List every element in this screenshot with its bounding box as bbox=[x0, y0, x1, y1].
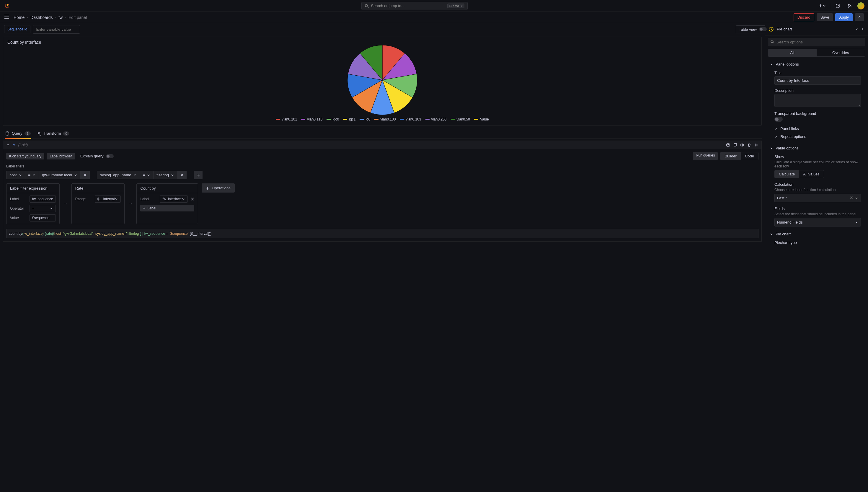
plus-icon bbox=[196, 173, 200, 177]
grafana-logo[interactable] bbox=[3, 2, 10, 9]
svg-rect-2 bbox=[449, 5, 452, 7]
rss-icon bbox=[847, 3, 852, 8]
chevron-down-icon[interactable] bbox=[855, 27, 859, 31]
section-panel-options[interactable]: Panel options bbox=[766, 60, 867, 69]
arrow-icon: → bbox=[63, 201, 68, 206]
close-icon[interactable] bbox=[191, 197, 194, 201]
transparent-toggle[interactable] bbox=[774, 117, 783, 122]
section-pie-chart[interactable]: Pie chart bbox=[766, 229, 867, 239]
discard-button[interactable]: Discard bbox=[794, 13, 814, 21]
filter-op[interactable]: = bbox=[140, 171, 154, 179]
menu-toggle[interactable] bbox=[4, 15, 9, 20]
filter-remove[interactable] bbox=[81, 171, 90, 179]
panel-title: Count by Interface bbox=[7, 40, 757, 45]
breadcrumb-dashboards[interactable]: Dashboards bbox=[30, 15, 53, 20]
chevron-down-icon bbox=[19, 173, 22, 177]
explain-query-toggle[interactable] bbox=[106, 154, 114, 158]
search-icon bbox=[770, 40, 774, 45]
breadcrumb: Home › Dashboards › fw › Edit panel bbox=[14, 15, 87, 20]
lfe-value-input[interactable]: $sequence bbox=[29, 214, 56, 221]
filter-value[interactable]: filterlog bbox=[154, 171, 177, 179]
fields-select[interactable]: Numeric Fields bbox=[774, 218, 861, 226]
rate-range-input[interactable]: $__interval bbox=[95, 196, 121, 203]
close-icon[interactable] bbox=[850, 196, 853, 199]
add-label-pill[interactable]: Label bbox=[140, 205, 194, 212]
filter-value[interactable]: gw-3.rhmlab.local bbox=[39, 171, 81, 179]
code-mode[interactable]: Code bbox=[741, 152, 758, 160]
tab-query[interactable]: Query 1 bbox=[5, 128, 31, 139]
save-button[interactable]: Save bbox=[817, 13, 833, 21]
add-button[interactable] bbox=[818, 2, 826, 10]
chevron-down-icon bbox=[770, 63, 773, 66]
add-operation-button[interactable]: Operations bbox=[202, 183, 235, 193]
pie-chart bbox=[7, 45, 757, 116]
switch-icon bbox=[759, 27, 767, 31]
hamburger-icon bbox=[4, 15, 9, 19]
add-filter-button[interactable] bbox=[194, 171, 203, 179]
apply-button[interactable]: Apply bbox=[835, 13, 853, 21]
help-button[interactable] bbox=[834, 2, 842, 10]
keyboard-icon bbox=[449, 5, 452, 7]
query-row-header[interactable]: A (Loki) bbox=[3, 141, 762, 149]
label-browser-button[interactable]: Label browser bbox=[47, 153, 75, 159]
legend-item[interactable]: igc1 bbox=[343, 117, 355, 121]
legend-item[interactable]: vlan0.101 bbox=[276, 117, 297, 121]
chevron-down-icon bbox=[855, 221, 858, 224]
drag-handle-icon[interactable] bbox=[754, 143, 759, 147]
builder-mode[interactable]: Builder bbox=[720, 152, 740, 160]
global-search[interactable]: Search or jump to... cmd+k bbox=[361, 2, 468, 10]
variable-name[interactable]: Sequence Id bbox=[4, 25, 30, 33]
lfe-op-input[interactable]: = bbox=[29, 205, 56, 212]
viz-type-name[interactable]: Pie chart bbox=[777, 27, 792, 31]
tab-overrides[interactable]: Overrides bbox=[817, 49, 865, 56]
chevron-down-icon bbox=[6, 143, 10, 147]
section-value-options[interactable]: Value options bbox=[766, 144, 867, 153]
all-values-option[interactable]: All values bbox=[799, 170, 824, 178]
run-queries-button[interactable]: Run queries bbox=[693, 152, 718, 160]
description-input[interactable] bbox=[774, 94, 861, 107]
chevron-right-icon[interactable] bbox=[861, 27, 865, 31]
calculate-option[interactable]: Calculate bbox=[775, 170, 799, 178]
options-search-input[interactable] bbox=[768, 38, 865, 46]
countby-label-input[interactable]: fw_interface bbox=[160, 196, 188, 203]
editor-tabs: Query 1 Transform 0 bbox=[3, 128, 762, 139]
copy-icon[interactable] bbox=[733, 143, 737, 147]
help-icon[interactable] bbox=[726, 143, 730, 147]
title-input[interactable] bbox=[774, 76, 861, 85]
lfe-label-input[interactable]: fw_sequence bbox=[29, 196, 56, 203]
breadcrumb-fw[interactable]: fw bbox=[58, 15, 62, 20]
filter-key[interactable]: host bbox=[6, 171, 25, 179]
legend-item[interactable]: vlan0.100 bbox=[374, 117, 395, 121]
legend-item[interactable]: vlan0.250 bbox=[426, 117, 447, 121]
legend-item[interactable]: Value bbox=[474, 117, 489, 121]
tab-all[interactable]: All bbox=[768, 49, 817, 56]
plus-icon bbox=[206, 186, 209, 190]
legend-item[interactable]: lo0 bbox=[360, 117, 370, 121]
legend-item[interactable]: vlan0.103 bbox=[400, 117, 421, 121]
trash-icon[interactable] bbox=[747, 143, 751, 147]
filter-op[interactable]: = bbox=[25, 171, 39, 179]
plus-icon bbox=[143, 207, 146, 210]
svg-point-15 bbox=[756, 146, 756, 146]
news-button[interactable] bbox=[846, 2, 854, 10]
query-ref-id: A bbox=[13, 143, 15, 147]
avatar[interactable] bbox=[858, 2, 865, 9]
filter-remove[interactable] bbox=[177, 171, 186, 179]
legend-item[interactable]: vlan0.50 bbox=[451, 117, 470, 121]
collapse-sidebar-button[interactable] bbox=[855, 13, 864, 21]
panel-links-toggle[interactable]: Panel links bbox=[774, 125, 861, 132]
filter-key[interactable]: syslog_app_name bbox=[97, 171, 140, 179]
breadcrumb-home[interactable]: Home bbox=[14, 15, 25, 20]
legend-item[interactable]: vlan0.110 bbox=[301, 117, 323, 121]
eye-icon[interactable] bbox=[740, 143, 744, 147]
variable-input[interactable] bbox=[33, 25, 80, 34]
repeat-options-toggle[interactable]: Repeat options bbox=[774, 132, 861, 141]
tab-transform[interactable]: Transform 0 bbox=[36, 128, 70, 139]
legend-item[interactable]: igc0 bbox=[327, 117, 339, 121]
calculation-select[interactable]: Last * bbox=[774, 194, 861, 202]
chevron-down-icon bbox=[114, 197, 118, 201]
kickstart-button[interactable]: Kick start your query bbox=[6, 153, 44, 159]
label-filters-title: Label filters bbox=[6, 164, 759, 168]
chevron-down-icon bbox=[50, 207, 53, 210]
plus-icon bbox=[818, 4, 822, 8]
